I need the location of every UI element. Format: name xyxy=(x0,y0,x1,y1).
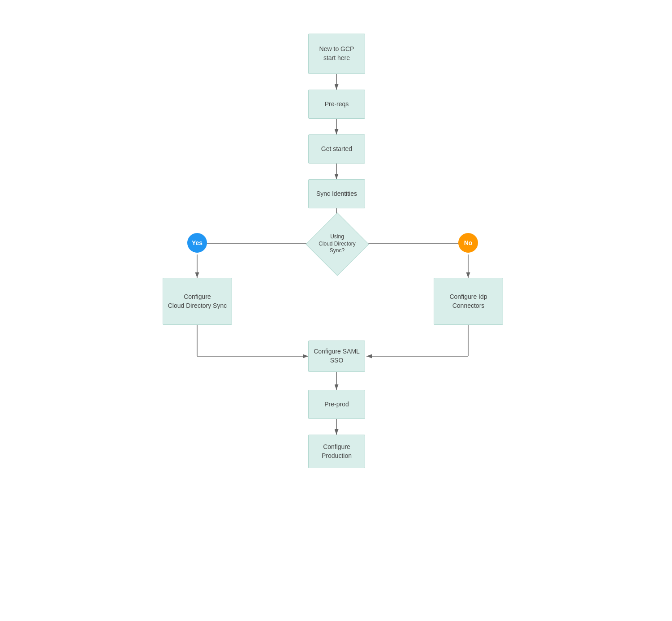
yes-label: Yes xyxy=(192,239,202,246)
prereqs-node: Pre-reqs xyxy=(308,90,365,119)
start-node: New to GCPstart here xyxy=(308,34,365,74)
sync-identities-label: Sync Identities xyxy=(316,190,357,198)
get-started-node: Get started xyxy=(308,134,365,164)
configure-cloud-node: ConfigureCloud Directory Sync xyxy=(163,278,232,325)
yes-circle: Yes xyxy=(187,233,207,253)
no-label: No xyxy=(464,239,473,246)
no-circle: No xyxy=(458,233,478,253)
decision-label: UsingCloud Directory Sync? xyxy=(311,233,363,254)
configure-prod-node: ConfigureProduction xyxy=(308,435,365,468)
decision-node: UsingCloud Directory Sync? xyxy=(311,223,363,265)
flowchart: New to GCPstart here Pre-reqs Get starte… xyxy=(0,0,672,621)
configure-prod-label: ConfigureProduction xyxy=(322,443,352,460)
start-label: New to GCPstart here xyxy=(319,45,354,62)
pre-prod-node: Pre-prod xyxy=(308,390,365,419)
configure-idp-node: Configure IdpConnectors xyxy=(434,278,503,325)
configure-saml-node: Configure SAMLSSO xyxy=(308,341,365,372)
get-started-label: Get started xyxy=(321,145,352,154)
pre-prod-label: Pre-prod xyxy=(324,400,349,409)
configure-saml-label: Configure SAMLSSO xyxy=(314,347,360,365)
sync-identities-node: Sync Identities xyxy=(308,179,365,208)
prereqs-label: Pre-reqs xyxy=(325,100,349,109)
configure-idp-label: Configure IdpConnectors xyxy=(449,293,487,310)
configure-cloud-label: ConfigureCloud Directory Sync xyxy=(168,293,227,310)
